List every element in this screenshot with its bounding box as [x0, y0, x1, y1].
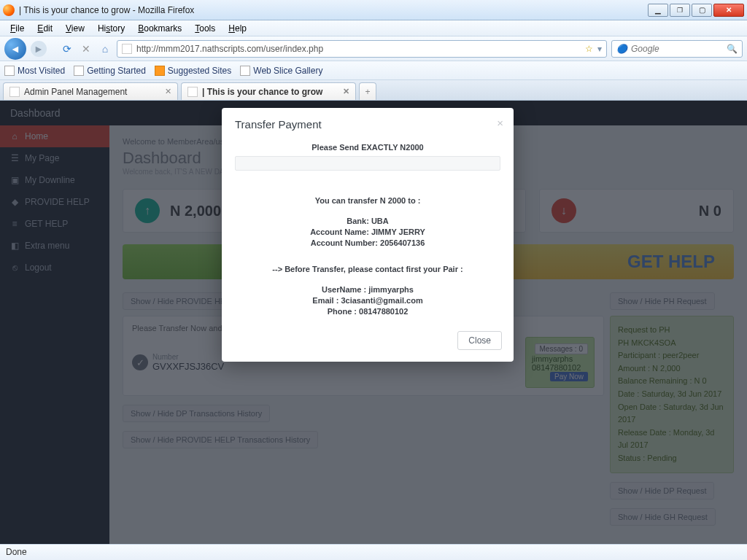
pair-contact-note: --> Before Transfer, please contact firs… — [272, 265, 462, 273]
page-icon — [240, 66, 250, 76]
menu-help[interactable]: Help — [222, 22, 252, 35]
tab-close-icon[interactable]: ✕ — [165, 87, 171, 96]
close-button[interactable]: Close — [457, 331, 502, 350]
menu-edit[interactable]: Edit — [31, 22, 58, 35]
url-bar[interactable]: http://mmm2017.nathscripts.com/user/inde… — [117, 40, 607, 58]
bank-line: Bank: UBA — [347, 217, 388, 225]
folder-icon — [4, 66, 15, 76]
page-icon — [74, 66, 84, 76]
pair-username: UserName : jimmyarphs — [322, 285, 414, 294]
window-title: | This is your chance to grow - Mozilla … — [19, 5, 648, 15]
nav-back-button[interactable]: ◄ — [4, 38, 26, 60]
status-text: Done — [6, 547, 27, 557]
tab-chance-to-grow[interactable]: | This is your chance to grow ✕ — [181, 82, 356, 100]
window-restore-button[interactable] — [670, 4, 690, 17]
pair-phone: Phone : 08147880102 — [328, 307, 409, 316]
send-exact-line: Please Send EXACTLY N2000 — [311, 143, 423, 152]
search-placeholder: Google — [631, 44, 659, 54]
url-text: http://mmm2017.nathscripts.com/user/inde… — [136, 44, 323, 54]
transfer-payment-modal: Transfer Payment × Please Send EXACTLY N… — [222, 108, 514, 362]
modal-title: Transfer Payment — [235, 118, 322, 131]
bookmark-getting-started[interactable]: Getting Started — [74, 66, 146, 76]
tab-strip: Admin Panel Management ✕ | This is your … — [0, 80, 747, 101]
account-number-line: Account Number: 2056407136 — [311, 238, 425, 247]
tab-icon — [187, 87, 198, 97]
reload-button[interactable]: ⟳ — [60, 42, 74, 56]
home-button[interactable]: ⌂ — [98, 42, 112, 56]
bookmark-web-slice[interactable]: Web Slice Gallery — [240, 66, 322, 76]
stop-button[interactable]: ✕ — [79, 42, 93, 56]
tab-icon — [9, 87, 20, 97]
page-icon — [122, 44, 132, 54]
transfer-to-line: You can transfer N 2000 to : — [315, 196, 421, 205]
menu-history[interactable]: History — [92, 22, 131, 35]
window-titlebar: | This is your chance to grow - Mozilla … — [0, 0, 747, 20]
search-icon[interactable]: 🔍 — [727, 44, 738, 54]
url-dropdown-icon[interactable]: ▾ — [597, 44, 602, 54]
pair-email: Email : 3ciasanti@gmail.com — [312, 296, 422, 305]
firefox-icon — [3, 4, 15, 16]
search-box[interactable]: 🔵 Google 🔍 — [611, 40, 743, 58]
nav-toolbar: ◄ ► ⟳ ✕ ⌂ http://mmm2017.nathscripts.com… — [0, 36, 747, 61]
rss-icon — [155, 66, 165, 76]
google-icon: 🔵 — [616, 44, 627, 54]
page-viewport: Dashboard ⌂Home ☰My Page ▣My Downline ◆P… — [0, 101, 747, 544]
bookmarks-toolbar: Most Visited Getting Started Suggested S… — [0, 61, 747, 80]
window-minimize-button[interactable] — [648, 4, 668, 17]
window-close-button[interactable] — [713, 4, 744, 17]
modal-close-icon[interactable]: × — [497, 117, 503, 129]
tab-admin-panel[interactable]: Admin Panel Management ✕ — [3, 82, 178, 100]
menu-bar: FFileile Edit View History Bookmarks Too… — [0, 20, 747, 36]
bookmark-most-visited[interactable]: Most Visited — [4, 66, 65, 76]
nav-forward-button[interactable]: ► — [31, 41, 47, 57]
menu-bookmarks[interactable]: Bookmarks — [132, 22, 187, 35]
bookmark-suggested-sites[interactable]: Suggested Sites — [155, 66, 231, 76]
status-bar: Done — [0, 544, 747, 560]
new-tab-button[interactable]: + — [359, 82, 376, 100]
amount-input[interactable] — [235, 156, 500, 171]
account-name-line: Account Name: JIMMY JERRY — [310, 228, 425, 236]
bookmark-star-icon[interactable]: ☆ — [585, 44, 593, 54]
window-maximize-button[interactable] — [692, 4, 712, 17]
tab-close-icon[interactable]: ✕ — [343, 87, 349, 96]
menu-view[interactable]: View — [60, 22, 90, 35]
menu-file[interactable]: FFileile — [4, 22, 30, 35]
menu-tools[interactable]: Tools — [189, 22, 221, 35]
